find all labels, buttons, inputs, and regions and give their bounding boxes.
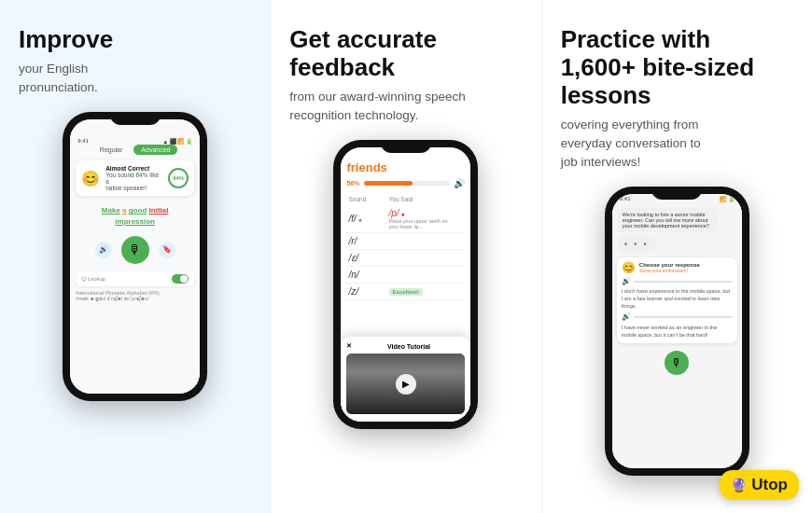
p2-pct: 56% — [346, 180, 359, 187]
p2-row-r: /r/ — [346, 233, 465, 250]
panel-lessons: Practice with1,600+ bite-sizedlessons co… — [542, 0, 812, 513]
utop-logo-icon: 🔮 — [731, 478, 747, 492]
p1-lookup-label: Q Lookup — [81, 276, 168, 282]
panel-3-title: Practice with1,600+ bite-sizedlessons — [561, 26, 793, 110]
p3-audio-icon-1[interactable]: 🔊 — [622, 277, 631, 285]
close-icon[interactable]: ✕ — [346, 342, 352, 350]
p3-typing-dots: • • • — [617, 236, 656, 252]
phone-notch-1 — [109, 112, 161, 125]
p2-progress-bar — [364, 181, 451, 186]
p2-row-f: /f/ ● /p/ ● Place your upper teeth on yo… — [346, 205, 465, 233]
panel-1-subtitle: your English pronunciation. — [19, 60, 251, 98]
panel-2-title: Get accurate feedback — [289, 26, 522, 82]
p2-progress-row: 56% 🔊 — [346, 178, 465, 188]
p2-video-header: ✕ Video Tutorial — [346, 342, 465, 350]
p3-chat-area: We're looking to hire a senior mobile en… — [612, 204, 742, 256]
p2-row-n: /n/ — [346, 267, 465, 284]
p2-video-thumbnail[interactable]: ▶ — [346, 354, 465, 414]
p1-toggle[interactable] — [172, 274, 189, 284]
p1-content: 9:41 ▲ ⬛ 📶 🔋 Regular Advanced 😊 Almost C… — [70, 119, 200, 394]
p1-emoji: 😊 — [81, 170, 100, 187]
phone-screen-3: 9:41 📶 🔋 We're looking to hire a senior … — [612, 194, 742, 468]
p2-table: Sound You Said /f/ ● /p/ ● Place your up… — [346, 196, 465, 300]
phone-notch-2 — [380, 140, 431, 153]
phone-notch-3 — [651, 187, 703, 200]
p3-content: 9:41 📶 🔋 We're looking to hire a senior … — [612, 194, 742, 468]
p1-ipa-phonetic: /meɪk ə ɡʊd ɪˈnɪʃəl ɪmˈprɛʃən/ — [70, 296, 200, 301]
p1-lookup-bar[interactable]: Q Lookup — [76, 271, 194, 286]
p1-mic-button[interactable]: 🎙 — [121, 236, 149, 264]
phone-screen-2: friends 56% 🔊 Sound You Said /f/ — [341, 147, 470, 422]
p3-audio-icon-2[interactable]: 🔊 — [622, 312, 631, 321]
p1-score-text: Almost Correct You sound 64% like anativ… — [105, 165, 162, 191]
p1-status-bar: 9:41 ▲ ⬛ 📶 🔋 — [70, 136, 200, 145]
p1-circle-pct: 64% — [168, 168, 189, 188]
p3-response-header: 😊 Choose your response Show your enthusi… — [622, 261, 733, 274]
p2-content: friends 56% 🔊 Sound You Said /f/ — [341, 147, 470, 422]
p1-audio-controls: 🔊 🎙 🔖 — [70, 232, 200, 268]
p3-response-sub: Show your enthusiasm! — [639, 268, 700, 273]
panel-feedback: Get accurate feedback from our award-win… — [270, 0, 541, 513]
p1-play-icon[interactable]: 🔊 — [95, 242, 112, 258]
p1-tabs: Regular Advanced — [70, 145, 200, 155]
p1-bookmark-icon[interactable]: 🔖 — [159, 242, 175, 258]
p3-audio-bar-2 — [634, 316, 733, 318]
phone-screen-1: 9:41 ▲ ⬛ 📶 🔋 Regular Advanced 😊 Almost C… — [70, 119, 200, 394]
p3-audio-bar-1 — [634, 281, 733, 283]
phone-3: 9:41 📶 🔋 We're looking to hire a senior … — [605, 187, 749, 476]
panel-improve: Improve your English pronunciation. 9:41… — [0, 0, 270, 513]
utop-label: Utop — [751, 476, 788, 494]
panel-3-subtitle: covering everything from everyday conver… — [561, 116, 793, 173]
p2-video-overlay: ✕ Video Tutorial ▶ — [341, 337, 470, 422]
p3-mic-button[interactable]: 🎙 — [665, 351, 689, 375]
p1-phrase: Make a good initial impression — [70, 200, 200, 231]
p3-response-text-2: I have never worked as an engineer in th… — [622, 325, 733, 339]
p2-word: friends — [346, 160, 465, 174]
p1-score-box: 😊 Almost Correct You sound 64% like anat… — [76, 160, 194, 196]
p3-response-emoji: 😊 — [622, 261, 636, 274]
p2-row-e: /ɛ/ — [346, 250, 465, 267]
p2-bar-fill — [364, 181, 413, 186]
phone-1: 9:41 ▲ ⬛ 📶 🔋 Regular Advanced 😊 Almost C… — [63, 112, 207, 401]
tab-advanced[interactable]: Advanced — [133, 145, 177, 155]
p3-response-text-1: I don't have experience in the mobile sp… — [622, 288, 733, 310]
p2-row-z: /z/ Excellent! — [346, 284, 465, 300]
p2-table-header: Sound You Said — [346, 196, 465, 202]
phone-2: friends 56% 🔊 Sound You Said /f/ — [333, 140, 478, 429]
utop-badge: 🔮 Utop — [720, 470, 799, 500]
p3-bubble-interviewer: We're looking to hire a senior mobile en… — [617, 208, 720, 232]
p3-response-box[interactable]: 😊 Choose your response Show your enthusi… — [617, 257, 737, 342]
p3-mic-row: 🎙 — [612, 345, 742, 377]
panel-1-title: Improve — [19, 26, 251, 54]
p2-play-button[interactable]: ▶ — [396, 374, 416, 395]
panel-2-subtitle: from our award-winning speech recognitio… — [289, 88, 522, 126]
tab-regular[interactable]: Regular — [92, 145, 131, 155]
